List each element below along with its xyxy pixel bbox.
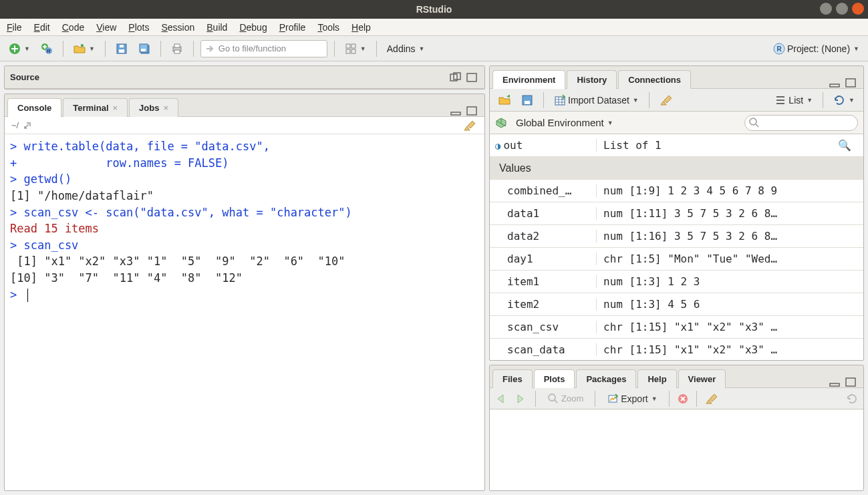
open-file-button[interactable]: ▼ xyxy=(70,39,98,58)
tab-connections-label: Connections xyxy=(628,75,681,85)
floppy-icon xyxy=(521,94,533,106)
menu-help[interactable]: Help xyxy=(351,22,371,33)
r-project-icon: R xyxy=(773,43,785,55)
tab-environment[interactable]: Environment xyxy=(492,70,565,89)
console-working-dir: ~/ xyxy=(11,120,19,130)
save-all-button[interactable] xyxy=(135,39,154,58)
zoom-button[interactable]: Zoom xyxy=(544,389,587,408)
plus-circle-icon xyxy=(9,43,21,55)
tab-console-label: Console xyxy=(17,103,51,113)
menu-profile[interactable]: Profile xyxy=(279,22,306,33)
arrow-left-icon[interactable] xyxy=(495,393,509,404)
menu-debug[interactable]: Debug xyxy=(239,22,267,33)
console-output[interactable]: > write.table(data, file = "data.csv",+ … xyxy=(5,134,484,490)
env-row-out[interactable]: ◑out List of 1🔍 xyxy=(490,134,863,157)
new-project-button[interactable]: R xyxy=(37,39,56,58)
menu-tools[interactable]: Tools xyxy=(317,22,339,33)
toolbar-separator xyxy=(823,92,823,108)
refresh-button[interactable]: ▼ xyxy=(830,91,858,110)
menu-bar: File Edit Code View Plots Session Build … xyxy=(0,19,868,36)
print-button[interactable] xyxy=(168,39,186,58)
tab-plots[interactable]: Plots xyxy=(534,369,575,388)
tab-help-label: Help xyxy=(647,374,666,384)
menu-edit[interactable]: Edit xyxy=(34,22,50,33)
import-dataset-button[interactable]: Import Dataset ▼ xyxy=(551,91,642,110)
remove-plot-icon[interactable] xyxy=(678,393,688,404)
left-column: Source Console Terminal × Jobs × xyxy=(4,65,485,491)
env-row[interactable]: day1chr [1:5] "Mon" "Tue" "Wed… xyxy=(490,248,863,271)
view-mode-label: List xyxy=(788,95,803,106)
menu-code[interactable]: Code xyxy=(62,22,84,33)
view-mode-button[interactable]: List ▼ xyxy=(771,91,816,110)
env-row[interactable]: item2num [1:3] 4 5 6 xyxy=(490,293,863,316)
grid-button[interactable]: ▼ xyxy=(341,39,370,58)
env-row[interactable]: combined_…num [1:9] 1 2 3 4 5 6 7 8 9 xyxy=(490,180,863,202)
env-var-name: item2 xyxy=(490,298,597,311)
tab-history[interactable]: History xyxy=(567,70,617,89)
pane-minimize-icon[interactable] xyxy=(829,377,842,387)
scope-selector[interactable]: Global Environment ▼ xyxy=(513,114,617,132)
pane-maximize-icon[interactable] xyxy=(845,77,858,88)
source-pane-title: Source xyxy=(10,72,39,82)
svg-rect-5 xyxy=(119,49,124,53)
env-row[interactable]: item1num [1:3] 1 2 3 xyxy=(490,271,863,293)
pane-maximize-icon[interactable] xyxy=(466,106,479,116)
save-workspace-button[interactable] xyxy=(518,91,537,110)
pane-maximize-icon[interactable] xyxy=(466,72,479,83)
refresh-icon[interactable] xyxy=(846,393,858,405)
new-file-button[interactable]: ▼ xyxy=(5,39,33,58)
close-icon[interactable]: × xyxy=(163,103,168,113)
dropdown-caret-icon: ▼ xyxy=(607,120,613,126)
pane-restore-icon[interactable] xyxy=(450,72,463,83)
toolbar-separator xyxy=(193,41,194,57)
window-maximize-button[interactable] xyxy=(836,3,848,15)
tab-viewer[interactable]: Viewer xyxy=(678,369,726,388)
environment-search-input[interactable] xyxy=(744,115,858,131)
tab-help[interactable]: Help xyxy=(637,369,676,388)
env-var-value: chr [1:15] "x1" "x2" "x3" … xyxy=(597,321,863,333)
arrow-right-icon[interactable] xyxy=(514,393,527,404)
menu-session[interactable]: Session xyxy=(161,22,194,33)
env-row[interactable]: scan_csvchr [1:15] "x1" "x2" "x3" … xyxy=(490,316,863,339)
search-icon[interactable]: 🔍 xyxy=(838,139,851,152)
load-workspace-button[interactable] xyxy=(495,91,514,110)
search-icon xyxy=(749,118,760,128)
goto-file-function-input[interactable]: Go to file/function xyxy=(200,40,327,57)
menu-build[interactable]: Build xyxy=(206,22,227,33)
tab-terminal[interactable]: Terminal × xyxy=(63,98,128,117)
tab-console[interactable]: Console xyxy=(7,98,61,117)
expand-icon[interactable]: ◑ xyxy=(495,140,500,151)
tab-connections[interactable]: Connections xyxy=(618,70,691,89)
env-var-value: num [1:11] 3 5 7 5 3 2 6 8… xyxy=(597,207,863,220)
broom-icon[interactable] xyxy=(463,120,478,132)
pane-maximize-icon[interactable] xyxy=(845,377,858,387)
env-row[interactable]: data1num [1:11] 3 5 7 5 3 2 6 8… xyxy=(490,202,863,225)
menu-plots[interactable]: Plots xyxy=(128,22,149,33)
tab-jobs[interactable]: Jobs × xyxy=(129,98,178,117)
close-icon[interactable]: × xyxy=(113,103,118,113)
tab-packages[interactable]: Packages xyxy=(576,369,636,388)
pane-minimize-icon[interactable] xyxy=(450,106,463,116)
project-selector[interactable]: R Project: (None) ▼ xyxy=(770,39,863,58)
menu-view[interactable]: View xyxy=(96,22,116,33)
broom-icon[interactable] xyxy=(705,393,720,405)
floppy-multi-icon xyxy=(138,43,150,55)
save-button[interactable] xyxy=(112,39,131,58)
env-row[interactable]: scan_datachr [1:15] "x1" "x2" "x3" … xyxy=(490,339,863,360)
menu-file[interactable]: File xyxy=(7,22,22,33)
table-import-icon xyxy=(554,94,566,106)
pane-minimize-icon[interactable] xyxy=(829,77,842,88)
goto-arrow-icon xyxy=(205,44,214,53)
popout-icon[interactable] xyxy=(23,121,32,130)
env-row[interactable]: data2num [1:16] 3 5 7 5 3 2 6 8… xyxy=(490,225,863,248)
goto-placeholder: Go to file/function xyxy=(219,43,286,53)
env-var-name: day1 xyxy=(490,253,597,265)
clear-workspace-button[interactable] xyxy=(656,91,678,110)
tab-files[interactable]: Files xyxy=(492,369,533,388)
window-close-button[interactable] xyxy=(852,3,864,15)
window-minimize-button[interactable] xyxy=(820,3,832,15)
floppy-icon xyxy=(116,43,128,55)
env-var-name: data2 xyxy=(490,230,597,242)
export-button[interactable]: Export ▼ xyxy=(603,389,660,408)
addins-button[interactable]: Addins ▼ xyxy=(384,39,428,58)
